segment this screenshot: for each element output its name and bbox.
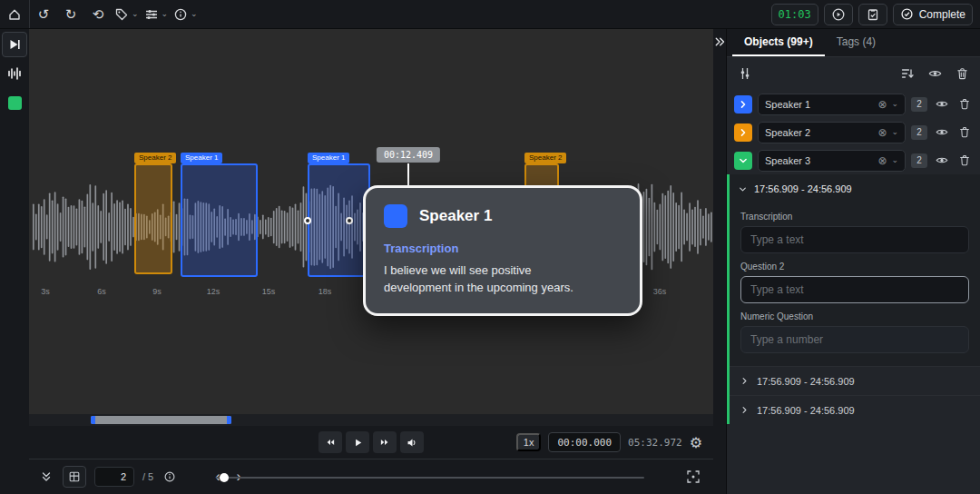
page-number-input[interactable] [94,467,134,487]
expand-object-button[interactable] [734,95,752,114]
filters-menu-button[interactable]: ⌄ [144,3,169,26]
home-icon [7,7,22,22]
eye-icon [927,66,943,81]
vertical-sliders-icon [738,66,752,81]
current-time-display: 00:00.000 [548,432,621,452]
player-settings-button[interactable]: ⚙ [690,434,702,451]
region-tool-icon [8,96,22,110]
home-button[interactable] [4,3,25,26]
gear-icon: ⚙ [690,435,702,450]
instance-row[interactable]: 17:56.909 - 24:56.909 [730,366,980,395]
tab-objects[interactable]: Objects (99+) [732,29,825,56]
info-icon [163,470,176,483]
tooltip-body-text: I believe we will see positive developme… [384,262,588,297]
object-class-label: Speaker 3 [765,155,873,166]
collapse-panel-button[interactable] [38,469,54,485]
clear-icon[interactable]: ⊗ [877,127,887,138]
expand-object-button[interactable] [734,124,752,142]
object-class-select[interactable]: Speaker 1 ⊗ ⌄ [758,94,906,115]
fast-forward-button[interactable] [373,431,397,453]
annotation-box[interactable]: Speaker 2 [134,163,172,274]
timeline-slider[interactable] [216,477,644,479]
toggle-visibility-all-button[interactable] [926,64,945,83]
tab-tags[interactable]: Tags (4) [825,29,887,56]
history-button[interactable]: ⟲ [87,3,109,26]
delete-object-button[interactable] [956,124,973,141]
delete-all-button[interactable] [954,64,971,83]
resize-handle[interactable] [304,217,311,224]
time-tick: 3s [41,287,50,296]
trash-icon [958,125,971,139]
play-icon [352,437,364,449]
instance-row[interactable]: 17:56.909 - 24:56.909 [730,395,980,424]
playhead-tool-button[interactable] [2,32,27,57]
page-info-button[interactable] [162,469,178,485]
fast-forward-icon [378,437,391,448]
toggle-visibility-button[interactable] [933,124,951,141]
chevron-down-icon: ⌄ [162,10,169,18]
complete-button[interactable]: Complete [893,4,973,25]
eye-icon [935,153,949,167]
resize-handle[interactable] [346,217,353,224]
collapse-object-button[interactable] [734,152,752,170]
chevron-down-icon [739,185,747,193]
chevron-right-icon [740,406,749,414]
top-toolbar: ↺ ↻ ⟲ ⌄ ⌄ ⌄ 01:03 [0,0,980,29]
chevron-down-icon: ⌄ [891,128,898,136]
object-class-select[interactable]: Speaker 2 ⊗ ⌄ [758,122,906,143]
chevron-down-icon: ⌄ [891,100,898,108]
collapse-sidebar-button[interactable] [714,36,725,49]
toggle-visibility-button[interactable] [933,152,951,169]
annotation-box[interactable]: Speaker 1 [181,163,258,277]
toggle-visibility-button[interactable] [933,95,951,113]
instance-count-badge: 2 [911,125,927,140]
scrollbar-handle[interactable] [91,416,231,424]
delete-object-button[interactable] [956,152,973,169]
focus-corners-icon [686,469,701,484]
clear-icon[interactable]: ⊗ [877,155,887,166]
instance-count-badge: 2 [911,153,927,168]
focus-view-button[interactable] [686,469,701,484]
rewind-button[interactable] [318,431,342,453]
playback-speed-button[interactable]: 1x [516,433,542,451]
session-timer: 01:03 [771,4,818,25]
trash-icon [956,66,969,81]
check-circle-icon [900,7,914,21]
play-button[interactable] [346,431,369,453]
redo-button[interactable]: ↻ [60,3,82,26]
double-chevron-right-icon [714,36,725,47]
frames-grid-icon [68,470,81,483]
delete-object-button[interactable] [956,95,973,113]
playhead-tool-icon [7,37,22,52]
field-label: Transcription [740,212,969,222]
horizontal-scrollbar[interactable] [29,414,713,426]
numeric-question-input[interactable] [740,326,969,353]
chevron-down-icon: ⌄ [891,156,898,164]
class-color-swatch [384,204,407,228]
info-menu-button[interactable]: ⌄ [173,3,198,26]
waveform-area[interactable]: Speaker 2 Speaker 1 Speaker 1 Speaker 2 … [29,29,713,414]
clear-icon[interactable]: ⊗ [877,99,887,110]
info-icon [173,7,188,22]
volume-button[interactable] [400,431,424,453]
object-class-select[interactable]: Speaker 3 ⊗ ⌄ [758,150,906,172]
slider-thumb[interactable] [220,473,229,482]
annotation-box-selected[interactable]: Speaker 1 [308,163,370,277]
play-review-button[interactable] [824,4,853,25]
waveform-tool-button[interactable] [2,61,27,86]
frames-view-button[interactable] [63,466,86,488]
region-tool-button[interactable] [2,90,27,115]
annotations-sidebar: Objects (99+) Tags (4) [726,29,980,494]
sliders-icon [144,7,159,22]
question-2-input[interactable] [740,276,969,303]
tasks-button[interactable] [858,4,887,25]
annotation-label: Speaker 2 [524,153,566,163]
sort-button[interactable] [898,64,916,83]
instance-range-header[interactable]: 17:56.909 - 24:56.909 [730,174,980,203]
transcription-input[interactable] [740,226,969,253]
undo-button[interactable]: ↺ [33,3,54,26]
filter-settings-button[interactable] [736,64,754,83]
tag-menu-button[interactable]: ⌄ [114,3,139,26]
playhead-time-chip[interactable]: 00:12.409 [377,147,440,163]
sidebar-gutter [713,29,726,494]
